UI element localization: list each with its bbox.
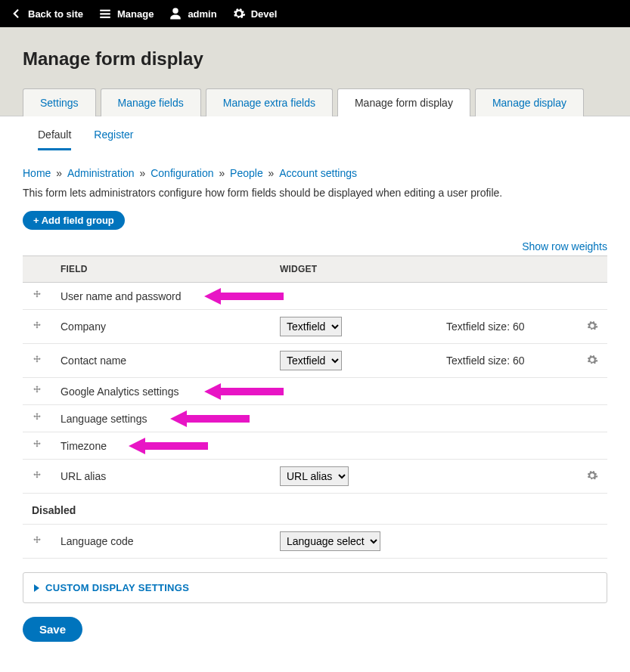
field-label: Language settings [51,405,271,432]
custom-display-summary[interactable]: CUSTOM DISPLAY SETTINGS [23,573,607,602]
breadcrumb-link[interactable]: Administration [67,167,135,179]
field-label: URL alias [51,460,271,494]
page-content: DefaultRegister Home » Administration » … [0,116,630,664]
primary-tab-4[interactable]: Manage display [475,88,584,116]
settings-cog[interactable] [566,310,607,344]
settings-cog[interactable] [566,344,607,378]
settings-cog [566,405,607,432]
field-label: Language code [51,525,271,559]
disabled-section-row: Disabled [23,494,607,525]
drag-handle-icon[interactable] [23,310,51,344]
settings-cog [566,283,607,310]
page-title: Manage form display [23,48,607,70]
drag-handle-icon[interactable] [23,525,51,559]
table-row: Language settings [23,405,607,432]
widget-summary [437,432,566,460]
back-to-site-link[interactable]: Back to site [9,7,83,20]
widget-summary [437,525,566,559]
custom-display-label: CUSTOM DISPLAY SETTINGS [45,582,189,593]
secondary-tab-0[interactable]: Default [38,129,71,150]
table-row: CompanyTextfieldTextfield size: 60 [23,310,607,344]
custom-display-settings[interactable]: CUSTOM DISPLAY SETTINGS [23,572,607,603]
widget-cell [271,432,437,460]
field-label: User name and password [51,283,271,310]
widget-summary: Textfield size: 60 [437,344,566,378]
user-label: admin [188,8,216,20]
admin-toolbar: Back to site Manage admin Devel [0,0,630,27]
field-label: Google Analytics settings [51,378,271,405]
widget-summary [437,460,566,494]
settings-cog [566,525,607,559]
back-to-site-label: Back to site [28,8,83,20]
widget-summary [437,283,566,310]
widget-select[interactable]: Textfield [280,317,342,336]
drag-handle-icon[interactable] [23,344,51,378]
breadcrumb-link[interactable]: Home [23,167,51,179]
primary-tab-1[interactable]: Manage fields [101,88,201,116]
drag-handle-icon[interactable] [23,405,51,432]
show-row-weights: Show row weights [23,240,607,252]
caret-right-icon [34,584,39,592]
devel-menu[interactable]: Devel [232,7,278,20]
table-row: Google Analytics settings [23,378,607,405]
widget-cell: Textfield [271,344,437,378]
devel-label: Devel [251,8,278,20]
show-row-weights-link[interactable]: Show row weights [522,240,607,252]
widget-summary [437,378,566,405]
primary-tabs: SettingsManage fieldsManage extra fields… [23,88,607,116]
settings-cog[interactable] [566,460,607,494]
table-row: Contact nameTextfieldTextfield size: 60 [23,344,607,378]
gear-icon [232,7,246,20]
drag-handle-icon[interactable] [23,378,51,405]
field-table-wrapper: FIELD WIDGET User name and passwordCompa… [23,255,607,559]
add-field-group-button[interactable]: + Add field group [23,211,125,230]
widget-select[interactable]: URL alias [280,466,349,486]
widget-cell [271,283,437,310]
manage-menu[interactable]: Manage [98,7,154,20]
user-icon [169,7,182,20]
primary-tab-3[interactable]: Manage form display [337,88,470,116]
widget-summary [437,405,566,432]
widget-cell [271,378,437,405]
widget-cell: Language select [271,525,437,559]
breadcrumb: Home » Administration » Configuration » … [23,150,607,187]
table-row: URL aliasURL alias [23,460,607,494]
col-header-widget: WIDGET [271,256,437,283]
widget-cell: Textfield [271,310,437,344]
widget-select[interactable]: Textfield [280,351,342,370]
page-description: This form lets administrators configure … [23,187,607,199]
user-menu[interactable]: admin [169,7,216,20]
field-label: Contact name [51,344,271,378]
save-button[interactable]: Save [23,617,82,642]
field-display-table: FIELD WIDGET User name and passwordCompa… [23,255,607,559]
chevron-left-icon [9,7,23,20]
field-label: Timezone [51,432,271,460]
primary-tab-0[interactable]: Settings [23,88,96,116]
settings-cog [566,432,607,460]
breadcrumb-link[interactable]: Configuration [151,167,213,179]
disabled-section-label: Disabled [23,494,607,525]
col-header-field: FIELD [51,256,271,283]
table-row: Language codeLanguage select [23,525,607,559]
hamburger-icon [98,7,112,20]
widget-select[interactable]: Language select [280,531,380,551]
breadcrumb-link[interactable]: Account settings [279,167,357,179]
breadcrumb-sep: » [135,167,151,179]
secondary-tab-1[interactable]: Register [94,129,133,150]
table-row: User name and password [23,283,607,310]
settings-cog [566,378,607,405]
widget-summary: Textfield size: 60 [437,310,566,344]
page-header: Manage form display SettingsManage field… [0,27,630,116]
breadcrumb-sep: » [214,167,231,179]
drag-handle-icon[interactable] [23,460,51,494]
drag-handle-icon[interactable] [23,283,51,310]
widget-cell: URL alias [271,460,437,494]
breadcrumb-link[interactable]: People [230,167,263,179]
primary-tab-2[interactable]: Manage extra fields [206,88,333,116]
table-row: Timezone [23,432,607,460]
breadcrumb-sep: » [263,167,280,179]
breadcrumb-sep: » [51,167,67,179]
drag-handle-icon[interactable] [23,432,51,460]
secondary-tabs: DefaultRegister [23,116,607,150]
manage-label: Manage [117,8,154,20]
